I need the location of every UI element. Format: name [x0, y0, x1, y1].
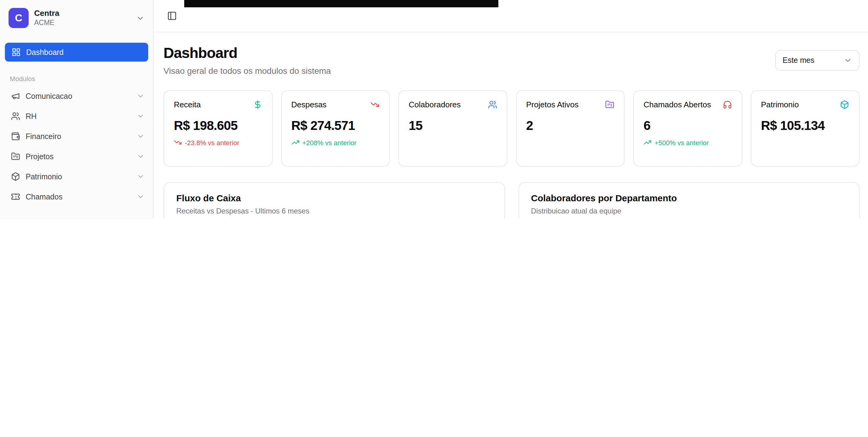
sidebar-item-rh[interactable]: RH	[0, 106, 153, 126]
kpi-value: R$ 198.605	[174, 118, 262, 133]
panel-left-icon	[167, 11, 177, 21]
users-icon	[11, 112, 20, 121]
top-dark-strip	[184, 0, 498, 7]
wallet-icon	[11, 132, 20, 141]
logo-letter: C	[15, 12, 23, 24]
kpi-card-receita: Receita R$ 198.605 -23.8% vs anterior	[163, 90, 272, 166]
trending-down-icon	[370, 100, 379, 109]
sidebar-item-dashboard[interactable]: Dashboard	[5, 43, 148, 62]
charts-row: Fluxo de Caixa Receitas vs Despesas - Ul…	[163, 182, 860, 219]
trending-down-icon	[174, 138, 182, 146]
kpi-card-projetos-ativos: Projetos Ativos 2	[516, 90, 625, 166]
kpi-delta-text: -23.8% vs anterior	[185, 139, 240, 146]
org-switcher[interactable]: C Centra ACME	[0, 0, 153, 34]
org-text: Centra ACME	[34, 9, 59, 27]
sidebar-item-financeiro[interactable]: Financeiro	[0, 126, 153, 146]
kpi-title: Colaboradores	[409, 100, 461, 109]
kpi-title: Receita	[174, 100, 201, 109]
chevron-down-icon	[136, 193, 145, 201]
folder-kanban-icon	[11, 152, 20, 161]
sidebar-item-label: RH	[26, 112, 37, 121]
cashflow-card: Fluxo de Caixa Receitas vs Despesas - Ul…	[163, 182, 505, 219]
kpi-value: 15	[409, 118, 497, 133]
kpi-card-chamados-abertos: Chamados Abertos 6 +500% vs anterior	[633, 90, 742, 166]
trending-up-icon	[291, 138, 299, 146]
kpi-row: Receita R$ 198.605 -23.8% vs anterior De…	[163, 90, 860, 166]
chart-title: Fluxo de Caixa	[176, 193, 492, 203]
sidebar-item-chamados[interactable]: Chamados	[0, 187, 153, 207]
sidebar: C Centra ACME Dashboard Modulos Comunica…	[0, 0, 154, 219]
sidebar-item-label: Projetos	[26, 152, 54, 161]
dollar-icon	[253, 100, 262, 109]
sidebar-section-modules: Modulos	[10, 75, 153, 82]
kpi-value: R$ 274.571	[291, 118, 379, 133]
sidebar-item-projetos[interactable]: Projetos	[0, 146, 153, 166]
kpi-delta: -23.8% vs anterior	[174, 138, 262, 146]
kpi-value: R$ 105.134	[761, 118, 849, 133]
kpi-title: Patrimonio	[761, 100, 799, 109]
chevron-down-icon	[844, 56, 852, 64]
departments-card: Colaboradores por Departamento Distribui…	[518, 182, 860, 219]
page-subtitle: Visao geral de todos os modulos do siste…	[163, 66, 331, 75]
kpi-card-colaboradores: Colaboradores 15	[398, 90, 507, 166]
period-select-value: Este mes	[783, 56, 814, 64]
page-header-text: Dashboard Visao geral de todos os modulo…	[163, 44, 331, 75]
chevron-down-icon	[136, 173, 145, 181]
ticket-icon	[11, 192, 20, 201]
kpi-delta-text: +500% vs anterior	[654, 139, 709, 146]
sidebar-item-comunicacao[interactable]: Comunicacao	[0, 86, 153, 106]
main-area: Dashboard Visao geral de todos os modulo…	[154, 0, 868, 219]
dashboard-icon	[11, 48, 21, 57]
folder-kanban-icon	[605, 100, 614, 109]
chart-subtitle: Receitas vs Despesas - Ultimos 6 meses	[176, 207, 492, 215]
kpi-title: Projetos Ativos	[526, 100, 579, 109]
chart-title: Colaboradores por Departamento	[531, 193, 847, 203]
trending-up-icon	[644, 138, 651, 146]
main-content: Dashboard Visao geral de todos os modulo…	[154, 32, 868, 219]
chevron-down-icon	[136, 153, 145, 160]
kpi-title: Chamados Abertos	[644, 100, 711, 109]
page-header: Dashboard Visao geral de todos os modulo…	[163, 44, 860, 75]
kpi-value: 6	[644, 118, 732, 133]
chevron-down-icon	[136, 92, 145, 100]
sidebar-toggle-button[interactable]	[163, 7, 181, 24]
chevron-down-icon	[136, 132, 145, 140]
kpi-delta-text: +208% vs anterior	[302, 139, 356, 146]
kpi-delta: +500% vs anterior	[644, 138, 732, 146]
app-window: C Centra ACME Dashboard Modulos Comunica…	[0, 0, 868, 219]
chevron-down-icon	[136, 14, 145, 22]
period-select[interactable]: Este mes	[775, 50, 860, 70]
app-logo: C	[8, 8, 29, 28]
kpi-title: Despesas	[291, 100, 327, 109]
org-name: Centra	[34, 9, 59, 19]
kpi-delta: +208% vs anterior	[291, 138, 379, 146]
kpi-card-despesas: Despesas R$ 274.571 +208% vs anterior	[281, 90, 390, 166]
sidebar-item-patrimonio[interactable]: Patrimonio	[0, 166, 153, 187]
chart-subtitle: Distribuicao atual da equipe	[531, 207, 847, 215]
box-icon	[840, 100, 849, 109]
box-icon	[11, 172, 20, 181]
page-title: Dashboard	[163, 44, 331, 62]
chevron-down-icon	[136, 112, 145, 120]
headphones-icon	[722, 100, 732, 109]
kpi-value: 2	[526, 118, 614, 133]
sidebar-item-label: Financeiro	[26, 132, 61, 141]
sidebar-item-label: Dashboard	[26, 48, 63, 56]
sidebar-item-label: Chamados	[26, 192, 63, 201]
org-subtitle: ACME	[34, 19, 59, 27]
users-icon	[488, 100, 497, 109]
megaphone-icon	[11, 92, 20, 101]
sidebar-item-label: Comunicacao	[26, 92, 72, 100]
sidebar-item-label: Patrimonio	[26, 172, 62, 181]
kpi-card-patrimonio: Patrimonio R$ 105.134	[751, 90, 860, 166]
